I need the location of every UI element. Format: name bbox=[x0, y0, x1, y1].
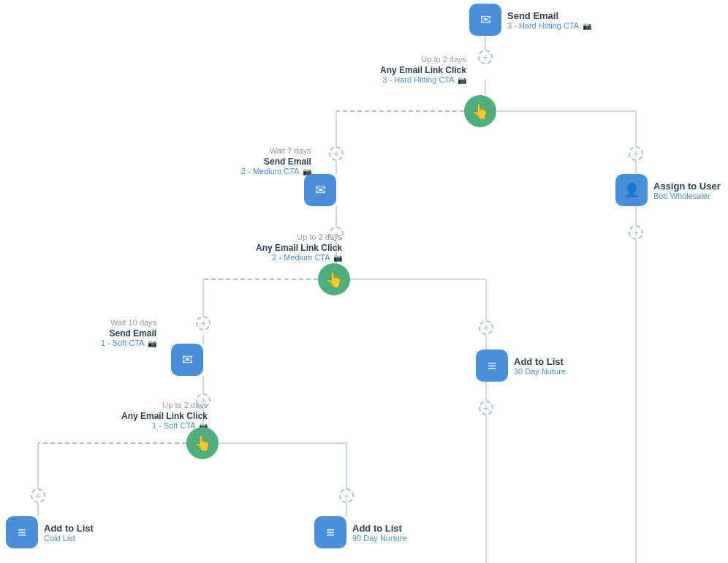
add-list-cold-icon bbox=[6, 516, 38, 548]
add-btn-7[interactable]: + bbox=[31, 488, 45, 503]
add-btn-right-2[interactable]: + bbox=[629, 225, 643, 240]
click-1-title: Any Email Link Click bbox=[380, 65, 466, 75]
workflow-canvas: Send Email 3 - Hard Hitting CTA 📷 + Up t… bbox=[0, 0, 728, 563]
add-list-90-node[interactable]: Add to List 90 Day Nurture bbox=[314, 516, 407, 548]
email-link-click-1-node[interactable]: Up to 2 days Any Email Link Click 3 - Ha… bbox=[380, 55, 466, 84]
add-btn-right-1[interactable]: + bbox=[629, 146, 643, 161]
add-list-90-title: Add to List bbox=[352, 523, 407, 534]
click-3-title: Any Email Link Click bbox=[121, 411, 208, 421]
send-email-2-above-label: Wait 7 days bbox=[241, 146, 311, 155]
hand-icon-1: 👆 bbox=[471, 102, 490, 120]
camera-icon-1: 📷 bbox=[583, 22, 591, 30]
email-icon bbox=[480, 12, 491, 28]
add-list-cold-label: Add to List Cold List bbox=[44, 523, 94, 543]
email-link-click-2-node[interactable]: Up to 2 days Any Email Link Click 2 - Me… bbox=[256, 233, 342, 262]
send-email-1-subtitle: 3 - Hard Hitting CTA 📷 bbox=[507, 21, 591, 30]
send-email-2-icon-node[interactable] bbox=[304, 174, 336, 206]
list-icon-3 bbox=[326, 524, 335, 541]
click-hex-1[interactable]: 👆 bbox=[464, 95, 496, 127]
click-1-subtitle: 3 - Hard Hitting CTA 📷 bbox=[380, 75, 466, 84]
click-hex-2[interactable]: 👆 bbox=[318, 263, 350, 295]
add-btn-1[interactable]: + bbox=[478, 50, 493, 64]
add-btn-left-1[interactable]: + bbox=[329, 146, 344, 161]
assign-user-node[interactable]: Assign to User Bob Wholesaler bbox=[615, 174, 721, 206]
add-btn-8[interactable]: + bbox=[339, 488, 354, 503]
send-email-3-title: Send Email bbox=[101, 328, 156, 339]
add-list-90-label: Add to List 90 Day Nurture bbox=[352, 523, 407, 543]
send-email-2-subtitle: 2 - Medium CTA 📷 bbox=[241, 167, 311, 175]
send-email-3-node[interactable]: Wait 10 days Send Email 1 - Soft CTA 📷 bbox=[101, 318, 156, 347]
click-3-above: Up to 2 days bbox=[121, 401, 208, 409]
list-icon-2 bbox=[18, 524, 26, 541]
send-email-1-title: Send Email bbox=[507, 10, 591, 21]
add-btn-5[interactable]: + bbox=[196, 316, 211, 330]
assign-user-icon bbox=[615, 174, 648, 206]
email-link-click-3-node[interactable]: Up to 2 days Any Email Link Click 1 - So… bbox=[121, 401, 208, 430]
email-icon-2 bbox=[315, 182, 326, 198]
click-1-above-label: Up to 2 days bbox=[380, 55, 466, 64]
add-list-30-node[interactable]: Add to List 30 Day Nuture bbox=[476, 349, 566, 382]
hand-icon-2: 👆 bbox=[325, 271, 344, 288]
click-2-above: Up to 2 days bbox=[256, 233, 342, 241]
send-email-3-icon-node[interactable] bbox=[171, 344, 203, 376]
add-list-30-title: Add to List bbox=[514, 356, 566, 367]
send-email-2-icon bbox=[304, 174, 336, 206]
add-list-cold-title: Add to List bbox=[44, 523, 94, 534]
assign-user-title: Assign to User bbox=[653, 181, 721, 192]
email-icon-3 bbox=[182, 352, 193, 368]
click-2-title: Any Email Link Click bbox=[256, 243, 342, 253]
send-email-1-node[interactable]: Send Email 3 - Hard Hitting CTA 📷 bbox=[469, 4, 591, 36]
send-email-3-above-label: Wait 10 days bbox=[101, 318, 156, 327]
user-icon bbox=[623, 182, 640, 198]
add-list-30-subtitle: 30 Day Nuture bbox=[514, 367, 566, 376]
add-btn-3[interactable]: + bbox=[479, 320, 493, 335]
add-list-90-icon bbox=[314, 516, 346, 548]
add-list-30-icon bbox=[476, 349, 508, 382]
add-btn-4[interactable]: + bbox=[479, 401, 493, 415]
send-email-3-subtitle: 1 - Soft CTA 📷 bbox=[101, 339, 156, 347]
add-list-cold-node[interactable]: Add to List Cold List bbox=[6, 516, 94, 548]
camera-icon-4: 📷 bbox=[333, 254, 342, 262]
assign-user-subtitle: Bob Wholesaler bbox=[653, 192, 721, 200]
click-2-subtitle: 2 - Medium CTA 📷 bbox=[256, 253, 342, 262]
click-hex-3[interactable]: 👆 bbox=[186, 427, 219, 459]
add-list-cold-subtitle: Cold List bbox=[44, 534, 94, 543]
send-email-1-icon bbox=[469, 4, 501, 36]
send-email-2-title: Send Email bbox=[241, 156, 311, 167]
send-email-1-label: Send Email 3 - Hard Hitting CTA 📷 bbox=[507, 10, 591, 30]
camera-icon-2: 📷 bbox=[458, 76, 466, 84]
send-email-2-node[interactable]: Wait 7 days Send Email 2 - Medium CTA 📷 bbox=[241, 146, 311, 175]
add-list-90-subtitle: 90 Day Nurture bbox=[352, 534, 407, 543]
assign-user-label: Assign to User Bob Wholesaler bbox=[653, 181, 721, 200]
camera-icon-5: 📷 bbox=[148, 339, 156, 347]
list-icon-1 bbox=[488, 358, 496, 374]
add-list-30-label: Add to List 30 Day Nuture bbox=[514, 356, 566, 376]
hand-icon-3: 👆 bbox=[194, 434, 212, 452]
send-email-3-icon bbox=[171, 344, 203, 376]
connectors bbox=[0, 0, 728, 563]
